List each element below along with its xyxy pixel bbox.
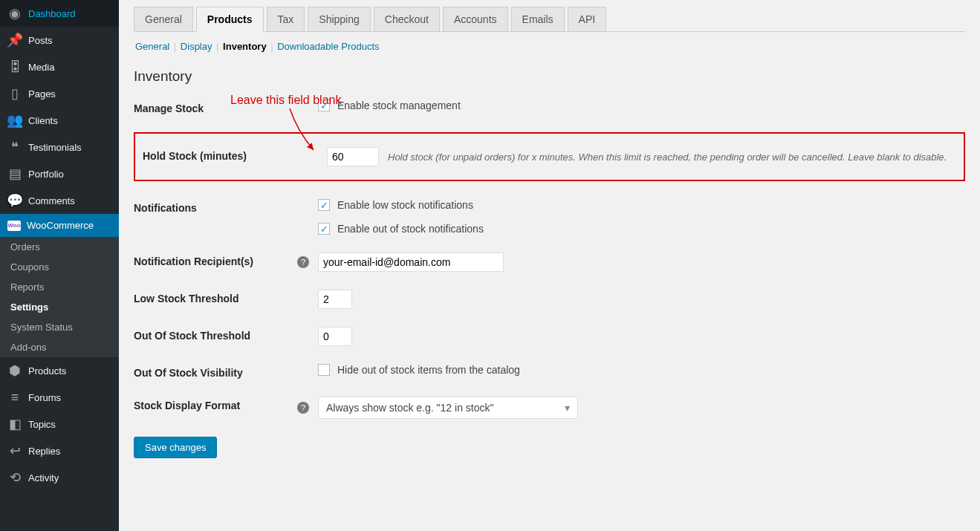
dashboard-icon: ◉ — [7, 6, 22, 21]
sidebar-item-label: Topics — [28, 419, 56, 430]
activity-icon: ⟲ — [7, 470, 22, 485]
sidebar-item-label: Products — [28, 365, 66, 377]
comment-icon: 💬 — [7, 193, 22, 208]
oos-thresh-row: Out Of Stock Threshold — [134, 327, 965, 346]
notifications-row-1: Notifications Enable low stock notificat… — [134, 199, 965, 214]
recipient-input[interactable] — [318, 253, 504, 272]
oos-vis-cb-label: Hide out of stock items from the catalog — [337, 364, 520, 376]
subtab-display[interactable]: Display — [181, 41, 212, 52]
notifications-row-2: Enable out of stock notifications — [134, 223, 965, 235]
hold-stock-highlight: Hold Stock (minutes) Hold stock (for unp… — [134, 132, 965, 181]
oos-notif-checkbox[interactable] — [318, 223, 330, 235]
notifications-label: Notifications — [134, 199, 297, 214]
oos-notif-label: Enable out of stock notifications — [337, 223, 484, 235]
tab-emails[interactable]: Emails — [511, 7, 565, 32]
sidebar-item-clients[interactable]: 👥Clients — [0, 107, 119, 134]
settings-tabs: GeneralProductsTaxShippingCheckoutAccoun… — [134, 0, 965, 32]
recipient-label: Notification Recipient(s) — [134, 253, 297, 267]
pin-icon: 📌 — [7, 33, 22, 48]
sidebar-item-topics[interactable]: ◧Topics — [0, 411, 119, 437]
sidebar-item-dashboard[interactable]: ◉Dashboard — [0, 0, 119, 27]
display-fmt-label: Stock Display Format — [134, 397, 297, 411]
recipient-row: Notification Recipient(s) ? — [134, 253, 965, 272]
sidebar-item-comments[interactable]: 💬Comments — [0, 187, 119, 214]
sidebar-sub-reports[interactable]: Reports — [0, 277, 119, 297]
sidebar-item-label: Testimonials — [28, 142, 82, 153]
sidebar-item-label: Clients — [28, 115, 58, 126]
sidebar-item-label: Portfolio — [28, 169, 64, 180]
tab-tax[interactable]: Tax — [267, 7, 305, 32]
sidebar-item-pages[interactable]: ▯Pages — [0, 80, 119, 107]
display-fmt-row: Stock Display Format ? Always show stock… — [134, 397, 965, 419]
sidebar-sub-add-ons[interactable]: Add-ons — [0, 337, 119, 357]
forum-icon: ≡ — [7, 390, 22, 405]
tab-products[interactable]: Products — [196, 7, 264, 32]
oos-vis-label: Out Of Stock Visibility — [134, 364, 297, 379]
hold-stock-input[interactable] — [327, 147, 379, 166]
sidebar-item-label: Posts — [28, 35, 53, 46]
tab-checkout[interactable]: Checkout — [374, 7, 440, 32]
sidebar-item-testimonials[interactable]: ❝Testimonials — [0, 134, 119, 160]
sidebar-item-media[interactable]: 🎛Media — [0, 53, 119, 80]
low-stock-notif-label: Enable low stock notifications — [337, 199, 473, 211]
sidebar-item-label: Forums — [28, 392, 61, 403]
sidebar-item-portfolio[interactable]: ▤Portfolio — [0, 160, 119, 187]
sidebar-sub-coupons[interactable]: Coupons — [0, 257, 119, 277]
low-thresh-label: Low Stock Threshold — [134, 290, 297, 304]
low-thresh-input[interactable] — [318, 290, 352, 309]
oos-thresh-input[interactable] — [318, 327, 352, 346]
hold-stock-label: Hold Stock (minutes) — [143, 147, 306, 162]
annotation-label: Leave this field blank — [230, 94, 341, 107]
tab-shipping[interactable]: Shipping — [308, 7, 371, 32]
products-subtabs: General | Display | Inventory | Download… — [134, 32, 965, 61]
oos-vis-checkbox[interactable] — [318, 364, 330, 376]
hold-stock-desc: Hold stock (for unpaid orders) for x min… — [388, 152, 947, 163]
tab-api[interactable]: API — [568, 7, 607, 32]
low-thresh-row: Low Stock Threshold — [134, 290, 965, 309]
page-icon: ▯ — [7, 86, 22, 101]
low-stock-notif-checkbox[interactable] — [318, 199, 330, 211]
sidebar-item-label: Dashboard — [28, 8, 76, 19]
main-content: GeneralProductsTaxShippingCheckoutAccoun… — [119, 0, 980, 531]
sidebar-item-posts[interactable]: 📌Posts — [0, 27, 119, 53]
sidebar-item-replies[interactable]: ↩Replies — [0, 437, 119, 464]
sidebar-item-label: Activity — [28, 472, 59, 483]
sidebar-sub-settings[interactable]: Settings — [0, 297, 119, 317]
sidebar-submenu: OrdersCouponsReportsSettingsSystem Statu… — [0, 237, 119, 357]
reply-icon: ↩ — [7, 443, 22, 458]
sidebar-item-forums[interactable]: ≡Forums — [0, 384, 119, 411]
quote-icon: ❝ — [7, 140, 22, 154]
sidebar-item-label: Pages — [28, 88, 56, 100]
page-title: Inventory — [134, 68, 965, 85]
sidebar-item-label: Comments — [28, 195, 75, 206]
manage-stock-cb-label: Enable stock management — [337, 100, 461, 111]
subtab-downloadable-products[interactable]: Downloadable Products — [277, 41, 379, 52]
sidebar-sub-system-status[interactable]: System Status — [0, 317, 119, 337]
help-icon[interactable]: ? — [297, 402, 309, 414]
sidebar-item-label: WooCommerce — [27, 220, 94, 231]
sidebar-sub-orders[interactable]: Orders — [0, 237, 119, 257]
sidebar-item-label: Replies — [28, 446, 60, 457]
subtab-inventory[interactable]: Inventory — [223, 41, 267, 52]
sidebar-item-woocommerce[interactable]: WooWooCommerce — [0, 214, 119, 237]
woo-icon: Woo — [7, 221, 21, 231]
oos-thresh-label: Out Of Stock Threshold — [134, 327, 297, 342]
topic-icon: ◧ — [7, 417, 22, 431]
sidebar-item-activity[interactable]: ⟲Activity — [0, 464, 119, 491]
tab-accounts[interactable]: Accounts — [443, 7, 508, 32]
tab-general[interactable]: General — [134, 7, 193, 32]
subtab-general[interactable]: General — [135, 41, 169, 52]
sidebar-item-products[interactable]: ⬢Products — [0, 357, 119, 384]
oos-vis-row: Out Of Stock Visibility Hide out of stoc… — [134, 364, 965, 379]
help-icon[interactable]: ? — [297, 256, 309, 268]
media-icon: 🎛 — [7, 59, 22, 74]
display-fmt-select[interactable]: Always show stock e.g. "12 in stock" — [318, 397, 578, 419]
users-icon: 👥 — [7, 113, 22, 128]
product-icon: ⬢ — [7, 363, 22, 378]
save-button[interactable]: Save changes — [134, 437, 217, 458]
admin-sidebar: ◉Dashboard📌Posts🎛Media▯Pages👥Clients❝Tes… — [0, 0, 119, 531]
sidebar-item-label: Media — [28, 62, 54, 73]
image-icon: ▤ — [7, 166, 22, 181]
